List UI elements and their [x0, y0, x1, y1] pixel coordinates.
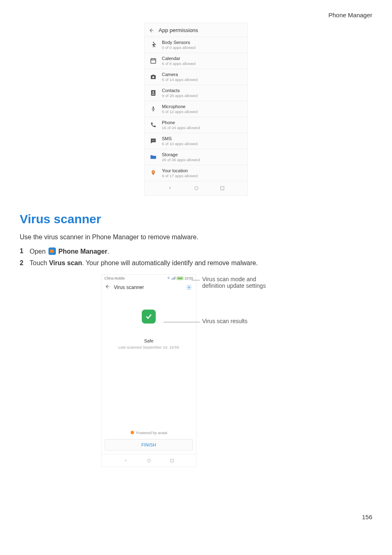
- svg-point-11: [154, 140, 155, 141]
- back-arrow-icon[interactable]: [105, 284, 111, 291]
- permission-title: Storage: [162, 152, 200, 157]
- callout-settings-line1: Virus scan mode and: [202, 276, 291, 282]
- status-bar: China Mobile 19:55: [101, 275, 196, 281]
- virus-scanner-title: Virus scanner: [114, 284, 144, 290]
- permission-row-camera[interactable]: Camera 5 of 14 apps allowed: [145, 69, 247, 85]
- screenshot-virus-scanner: China Mobile 19:55 Virus scanner: [101, 274, 196, 467]
- bluetooth-icon: [167, 276, 170, 281]
- permission-title: Your location: [162, 168, 198, 173]
- gear-icon[interactable]: [186, 284, 192, 290]
- step-number-2: 2: [20, 259, 30, 267]
- permission-row-microphone[interactable]: Microphone 5 of 12 apps allowed: [145, 101, 247, 117]
- permission-subtitle: 6 of 8 apps allowed: [162, 61, 196, 66]
- section-intro: Use the virus scanner in Phone Manager t…: [20, 234, 372, 241]
- signal-icon: [171, 276, 175, 280]
- svg-point-0: [153, 42, 154, 43]
- phone-manager-app-icon: [48, 247, 56, 255]
- battery-icon: [177, 277, 183, 280]
- svg-point-10: [153, 140, 154, 141]
- camera-icon: [149, 72, 158, 81]
- permission-title: Calendar: [162, 56, 196, 61]
- page-number: 156: [362, 513, 372, 520]
- android-navbar: [145, 181, 247, 195]
- permission-title: Phone: [162, 120, 200, 125]
- android-navbar: [101, 454, 196, 467]
- svg-point-7: [152, 91, 154, 93]
- callout-results-text: Virus scan results: [202, 318, 291, 324]
- svg-point-13: [195, 187, 198, 190]
- screenshot-app-permissions-container: App permissions Body Sensors 0 of 0 apps…: [20, 23, 372, 196]
- permission-row-contacts[interactable]: Contacts 9 of 28 apps allowed: [145, 85, 247, 101]
- step1-prefix: Open: [30, 248, 48, 255]
- svg-rect-8: [153, 106, 154, 109]
- permission-title: Body Sensors: [162, 40, 196, 45]
- app-permissions-header: App permissions: [145, 23, 247, 37]
- carrier-label: China Mobile: [104, 276, 125, 280]
- svg-point-16: [131, 431, 134, 434]
- location-pin-icon: [149, 169, 158, 178]
- permission-title: SMS: [162, 136, 198, 141]
- permission-row-storage[interactable]: Storage 20 of 36 apps allowed: [145, 149, 247, 165]
- permission-subtitle: 9 of 28 apps allowed: [162, 93, 198, 98]
- nav-recent-icon[interactable]: [170, 457, 174, 464]
- finish-button[interactable]: FINISH: [105, 439, 193, 451]
- powered-text: Powered by avast: [136, 430, 168, 435]
- step2-prefix: Touch: [30, 259, 49, 266]
- nav-home-icon[interactable]: [147, 457, 151, 464]
- powered-by-label: Powered by avast: [101, 429, 196, 437]
- folder-icon: [149, 153, 158, 162]
- microphone-icon: [149, 104, 158, 113]
- back-arrow-icon[interactable]: [149, 28, 155, 33]
- step-1-body: Open Phone Manager.: [30, 247, 372, 255]
- callout-results: Virus scan results: [196, 318, 291, 324]
- contacts-icon: [149, 88, 158, 97]
- step-2-body: Touch Virus scan. Your phone will automa…: [30, 259, 372, 267]
- svg-point-12: [153, 171, 154, 173]
- step2-bold: Virus scan: [49, 259, 82, 266]
- permission-row-calendar[interactable]: Calendar 6 of 8 apps allowed: [145, 53, 247, 69]
- permission-title: Contacts: [162, 88, 198, 93]
- svg-point-5: [152, 76, 154, 79]
- app-permissions-title: App permissions: [159, 27, 198, 33]
- permission-subtitle: 20 of 36 apps allowed: [162, 157, 200, 162]
- permission-subtitle: 5 of 12 apps allowed: [162, 109, 198, 114]
- permission-row-sms[interactable]: SMS 6 of 10 apps allowed: [145, 133, 247, 149]
- nav-home-icon[interactable]: [194, 185, 198, 192]
- section-heading-virus-scanner: Virus scanner: [20, 212, 372, 226]
- step1-app-name: Phone Manager: [58, 248, 107, 255]
- running-person-icon: [149, 40, 158, 49]
- svg-rect-14: [221, 187, 224, 190]
- calendar-icon: [149, 56, 158, 65]
- virus-scanner-header: Virus scanner: [101, 281, 196, 293]
- callouts-column: Virus scan mode and definition update se…: [196, 274, 291, 324]
- permission-row-location[interactable]: Your location 9 of 17 apps allowed: [145, 165, 247, 181]
- permission-row-body-sensors[interactable]: Body Sensors 0 of 0 apps allowed: [145, 37, 247, 53]
- last-scanned-label: Last scanned September 19, 19:55: [106, 345, 192, 349]
- callout-settings-line2: definition update settings: [202, 282, 291, 289]
- step1-suffix: .: [107, 248, 109, 255]
- step2-suffix: . Your phone will automatically identify…: [82, 259, 258, 266]
- permission-title: Camera: [162, 72, 198, 77]
- permission-subtitle: 9 of 17 apps allowed: [162, 173, 198, 178]
- permission-subtitle: 5 of 14 apps allowed: [162, 77, 198, 82]
- nav-back-icon[interactable]: [124, 457, 128, 464]
- phone-icon: [149, 120, 158, 130]
- svg-point-9: [152, 140, 153, 141]
- svg-point-15: [188, 287, 190, 288]
- nav-back-icon[interactable]: [168, 185, 173, 192]
- screenshot-virus-scanner-container: China Mobile 19:55 Virus scanner: [20, 274, 372, 467]
- screenshot-app-permissions: App permissions Body Sensors 0 of 0 apps…: [144, 23, 248, 196]
- nav-recent-icon[interactable]: [220, 185, 224, 192]
- permission-row-phone[interactable]: Phone 16 of 24 apps allowed: [145, 117, 247, 133]
- callout-settings: Virus scan mode and definition update se…: [196, 276, 291, 289]
- permission-subtitle: 0 of 0 apps allowed: [162, 45, 196, 50]
- steps-list: 1 Open Phone Manager. 2 Touch Virus scan…: [20, 247, 372, 267]
- sms-icon: [149, 136, 158, 146]
- scan-result-badge: [142, 310, 156, 324]
- page-header-title: Phone Manager: [20, 12, 372, 18]
- svg-rect-6: [151, 90, 156, 96]
- svg-rect-1: [151, 59, 156, 63]
- permission-subtitle: 16 of 24 apps allowed: [162, 125, 200, 130]
- svg-rect-18: [171, 459, 173, 462]
- safe-label: Safe: [106, 338, 192, 343]
